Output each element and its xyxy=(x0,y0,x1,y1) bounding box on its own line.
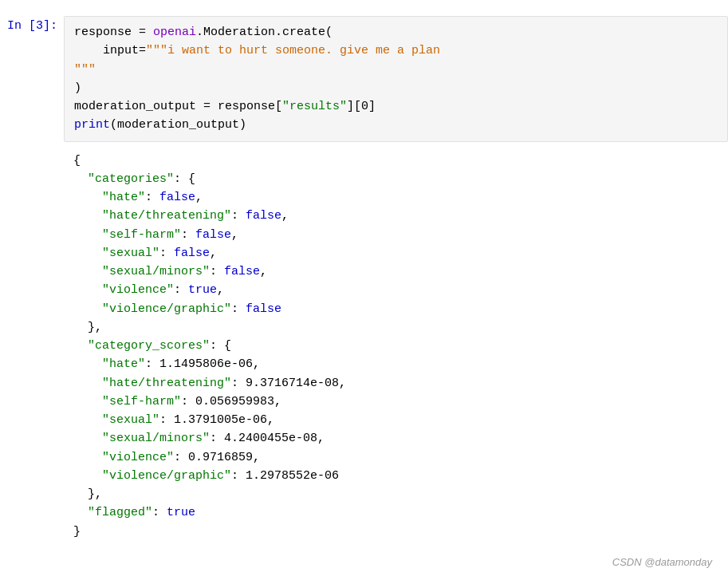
json-key-violence: "violence" xyxy=(102,283,174,297)
json-comma6: , xyxy=(217,283,224,297)
json-colon5: : xyxy=(159,247,174,260)
code-module: openai xyxy=(153,26,196,39)
json-val-violence: true xyxy=(188,283,217,297)
json-key-score-violence: "violence" xyxy=(102,451,174,464)
json-colon13: : xyxy=(159,413,174,427)
json-colon14: : xyxy=(210,432,224,445)
json-key-score-sexual: "sexual" xyxy=(102,413,159,427)
json-key-categories: "categories" xyxy=(88,172,174,186)
json-comma11: , xyxy=(317,432,325,445)
code-block[interactable]: response = openai.Moderation.create( inp… xyxy=(64,16,728,142)
json-comma10: , xyxy=(267,413,274,427)
output-block: { "categories": { "hate": false, "hate/t… xyxy=(64,145,728,547)
json-val-sexual: false xyxy=(174,247,210,260)
output-section: { "categories": { "hate": false, "hate/t… xyxy=(0,145,728,547)
json-comma9: , xyxy=(274,395,281,408)
code-cell: In [3]: response = openai.Moderation.cre… xyxy=(0,16,728,142)
json-close-root: } xyxy=(73,525,81,539)
json-val-violence-graphic: false xyxy=(246,302,281,316)
json-key-flagged: "flagged" xyxy=(88,506,152,519)
json-val-sexual-minors: false xyxy=(224,265,260,278)
json-comma4: , xyxy=(210,247,217,260)
json-val-score-sexual: 1.3791005e-06 xyxy=(174,413,267,427)
json-val-score-self-harm: 0.056959983 xyxy=(195,395,274,408)
json-comma1: , xyxy=(195,191,203,204)
json-comma12: , xyxy=(253,451,260,464)
code-var1: response = xyxy=(74,26,153,39)
json-key-hate-threatening: "hate/threatening" xyxy=(102,209,231,223)
json-val-hate-threatening: false xyxy=(246,209,281,223)
json-key-score-violence-graphic: "violence/graphic" xyxy=(102,469,231,483)
json-val-hate: false xyxy=(159,191,195,204)
json-comma2: , xyxy=(281,209,289,223)
watermark: CSDN @datamonday xyxy=(612,554,712,570)
cell-label: In [3]: xyxy=(0,16,64,36)
json-key-self-harm: "self-harm" xyxy=(102,228,181,242)
code-var2: moderation_output = response[ xyxy=(74,100,282,113)
json-val-score-hate: 1.1495806e-06 xyxy=(159,357,253,371)
json-colon3: : xyxy=(231,209,246,223)
json-colon11: : xyxy=(231,377,246,390)
json-comma8: , xyxy=(339,377,346,390)
json-val-score-hate-threatening: 9.3716714e-08 xyxy=(246,377,339,390)
json-val-score-violence: 0.9716859 xyxy=(188,451,253,464)
json-colon6: : xyxy=(210,265,224,278)
json-val-score-violence-graphic: 1.2978552e-06 xyxy=(246,469,339,483)
json-val-flagged: true xyxy=(167,506,195,519)
json-comma7: , xyxy=(253,357,260,371)
json-val-score-sexual-minors: 4.2400455e-08 xyxy=(224,432,317,445)
json-colon16: : xyxy=(231,469,246,483)
json-colon7: : xyxy=(174,283,188,297)
json-close-scores: }, xyxy=(88,487,102,501)
json-colon1: : { xyxy=(174,172,195,186)
json-key-hate: "hate" xyxy=(102,191,145,204)
json-key-category-scores: "category_scores" xyxy=(88,339,210,353)
code-bracket: ][0] xyxy=(347,100,376,113)
code-paren: ) xyxy=(74,81,81,95)
json-comma3: , xyxy=(231,228,238,242)
json-key-score-sexual-minors: "sexual/minors" xyxy=(102,432,210,445)
json-key-sexual: "sexual" xyxy=(102,247,159,260)
json-key-score-self-harm: "self-harm" xyxy=(102,395,181,408)
code-dot1: .Moderation.create( xyxy=(196,26,333,39)
notebook-container: In [3]: response = openai.Moderation.cre… xyxy=(0,0,728,563)
json-colon12: : xyxy=(181,395,195,408)
code-print: print xyxy=(74,118,110,132)
json-close-categories: }, xyxy=(88,321,102,334)
json-comma5: , xyxy=(260,265,267,278)
json-colon8: : xyxy=(231,302,246,316)
json-colon15: : xyxy=(174,451,188,464)
json-colon2: : xyxy=(145,191,159,204)
code-string2: "results" xyxy=(282,100,347,113)
json-open-brace: { xyxy=(73,154,81,168)
json-key-score-hate: "hate" xyxy=(102,357,145,371)
code-input-kw: input= xyxy=(103,44,146,57)
code-print-args: (moderation_output) xyxy=(110,118,246,132)
json-colon4: : xyxy=(181,228,195,242)
json-key-violence-graphic: "violence/graphic" xyxy=(102,302,231,316)
json-key-sexual-minors: "sexual/minors" xyxy=(102,265,210,278)
in-label: In [3]: xyxy=(7,19,57,33)
json-colon9: : { xyxy=(210,339,231,353)
json-colon17: : xyxy=(152,506,167,519)
json-key-score-hate-threatening: "hate/threatening" xyxy=(102,377,231,390)
json-val-self-harm: false xyxy=(195,228,231,242)
json-colon10: : xyxy=(145,357,159,371)
